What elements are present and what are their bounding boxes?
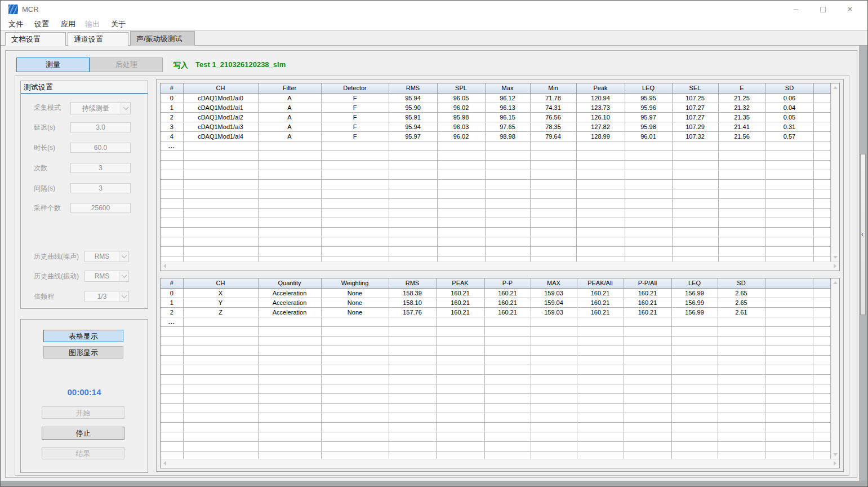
- cell[interactable]: 0.57: [765, 131, 813, 141]
- cell[interactable]: A: [258, 131, 321, 141]
- cell[interactable]: 160.21: [436, 298, 484, 307]
- cell[interactable]: cDAQ1Mod1/ai2: [183, 112, 258, 122]
- menu-item-apply[interactable]: 应用: [57, 17, 79, 31]
- cell[interactable]: [765, 307, 813, 317]
- cell[interactable]: 97.65: [485, 122, 530, 131]
- table-row[interactable]: 1YAccelerationNone158.10160.21160.21159.…: [161, 298, 831, 307]
- cell[interactable]: cDAQ1Mod1/ai0: [183, 93, 258, 103]
- table-row[interactable]: 4cDAQ1Mod1/ai4AF95.9796.0298.9879.64128.…: [161, 131, 831, 141]
- cell[interactable]: Acceleration: [258, 298, 321, 307]
- menu-item-settings[interactable]: 设置: [31, 17, 52, 31]
- scroll-up-icon[interactable]: [833, 86, 838, 89]
- result-button[interactable]: 结果: [42, 447, 124, 459]
- horizontal-scrollbar[interactable]: [161, 459, 839, 468]
- cell[interactable]: 160.21: [624, 298, 671, 307]
- cell[interactable]: [765, 298, 813, 307]
- cell[interactable]: Acceleration: [258, 288, 321, 298]
- cell[interactable]: 0: [161, 93, 183, 103]
- cell[interactable]: 95.97: [389, 131, 437, 141]
- cell[interactable]: 107.29: [672, 122, 718, 131]
- measure-mode-button[interactable]: 测量: [16, 57, 90, 72]
- cell[interactable]: 157.76: [389, 307, 436, 317]
- cell[interactable]: 95.94: [389, 122, 437, 131]
- cell[interactable]: [813, 298, 831, 307]
- cell[interactable]: 96.02: [437, 131, 485, 141]
- cell[interactable]: 3: [161, 122, 183, 131]
- cell[interactable]: 107.27: [672, 112, 718, 122]
- cell[interactable]: 160.21: [436, 288, 484, 298]
- cell[interactable]: 123.73: [576, 103, 625, 112]
- dropdown-button[interactable]: [119, 271, 128, 281]
- cell[interactable]: 71.78: [530, 93, 576, 103]
- cell[interactable]: 96.12: [485, 93, 530, 103]
- cell[interactable]: 160.21: [624, 307, 671, 317]
- table-row[interactable]: 0XAccelerationNone158.39160.21160.21159.…: [161, 288, 831, 298]
- cell[interactable]: 2.61: [718, 307, 765, 317]
- vertical-scrollbar[interactable]: [831, 278, 839, 459]
- cell[interactable]: 79.64: [530, 131, 576, 141]
- scroll-right-icon[interactable]: [834, 461, 836, 466]
- cell[interactable]: 0.04: [765, 103, 813, 112]
- cell[interactable]: 21.35: [718, 112, 765, 122]
- cell[interactable]: F: [321, 103, 389, 112]
- cell[interactable]: 96.02: [437, 103, 485, 112]
- cell[interactable]: 21.32: [718, 103, 765, 112]
- dropdown-button[interactable]: [119, 291, 128, 302]
- horizontal-scrollbar[interactable]: [161, 262, 839, 271]
- cell[interactable]: 126.10: [576, 112, 625, 122]
- cell[interactable]: cDAQ1Mod1/ai4: [183, 131, 258, 141]
- minimize-button[interactable]: –: [783, 1, 809, 17]
- table-row[interactable]: 2cDAQ1Mod1/ai2AF95.9195.9896.1576.56126.…: [161, 112, 831, 122]
- tab-document-settings[interactable]: 文档设置: [5, 32, 66, 46]
- cell[interactable]: 95.98: [625, 122, 672, 131]
- cell[interactable]: None: [321, 288, 389, 298]
- vertical-scrollbar[interactable]: [831, 83, 839, 262]
- cell[interactable]: 21.56: [718, 131, 765, 141]
- cell[interactable]: 160.21: [577, 298, 624, 307]
- cell[interactable]: 21.25: [718, 93, 765, 103]
- cell[interactable]: 95.96: [625, 103, 672, 112]
- cell[interactable]: 156.99: [671, 298, 718, 307]
- cell[interactable]: None: [321, 298, 389, 307]
- octave-select[interactable]: 1/3: [84, 291, 129, 302]
- cell[interactable]: 95.90: [389, 103, 437, 112]
- cell[interactable]: 95.91: [389, 112, 437, 122]
- cell[interactable]: 96.01: [625, 131, 672, 141]
- cell[interactable]: 160.21: [577, 288, 624, 298]
- cell[interactable]: 107.25: [672, 93, 718, 103]
- history-curve-vibration-select[interactable]: RMS: [84, 271, 129, 282]
- scroll-left-icon[interactable]: [163, 264, 166, 268]
- menu-item-output[interactable]: 输出: [82, 17, 103, 31]
- cell[interactable]: 160.21: [624, 288, 671, 298]
- tab-channel-settings[interactable]: 通道设置: [68, 32, 128, 46]
- table-row[interactable]: 1cDAQ1Mod1/ai1AF95.9096.0296.1374.31123.…: [161, 103, 831, 112]
- cell[interactable]: 120.94: [576, 93, 625, 103]
- cell[interactable]: Acceleration: [258, 307, 321, 317]
- cell[interactable]: X: [183, 288, 258, 298]
- cell[interactable]: 160.21: [484, 288, 531, 298]
- cell[interactable]: cDAQ1Mod1/ai3: [183, 122, 258, 131]
- cell[interactable]: 74.31: [530, 103, 576, 112]
- cell[interactable]: A: [258, 112, 321, 122]
- cell[interactable]: 159.03: [531, 307, 577, 317]
- cell[interactable]: [813, 307, 831, 317]
- cell[interactable]: 95.98: [437, 112, 485, 122]
- cell[interactable]: 1: [161, 298, 183, 307]
- cell[interactable]: F: [321, 112, 389, 122]
- cell[interactable]: Z: [183, 307, 258, 317]
- delay-input[interactable]: 3.0: [70, 122, 131, 132]
- cell[interactable]: 1: [161, 103, 183, 112]
- cell[interactable]: 0.06: [765, 93, 813, 103]
- cell[interactable]: 96.13: [485, 103, 530, 112]
- cell[interactable]: 159.04: [531, 298, 577, 307]
- cell[interactable]: None: [321, 307, 389, 317]
- table-display-button[interactable]: 表格显示: [43, 330, 123, 342]
- graph-display-button[interactable]: 图形显示: [43, 346, 123, 358]
- cell[interactable]: 96.15: [485, 112, 530, 122]
- cell[interactable]: 2.65: [718, 288, 765, 298]
- cell[interactable]: [765, 288, 813, 298]
- dropdown-button[interactable]: [121, 103, 130, 114]
- cell[interactable]: [813, 112, 831, 122]
- cell[interactable]: 156.99: [671, 307, 718, 317]
- cell[interactable]: [813, 122, 831, 131]
